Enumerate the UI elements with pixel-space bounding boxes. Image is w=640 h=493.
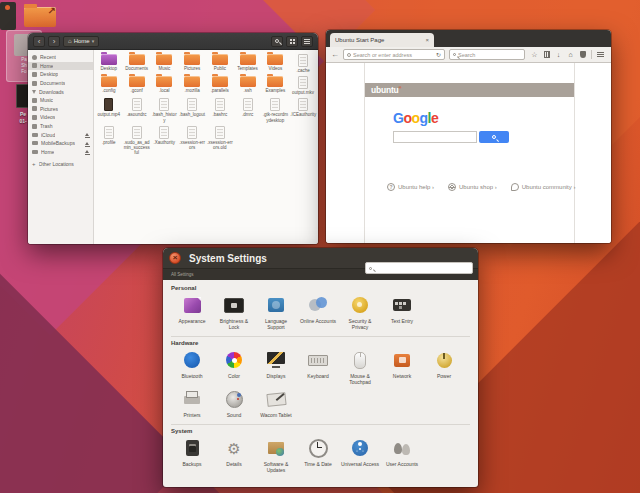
- path-bar[interactable]: ⌂ Home ▾: [63, 36, 99, 47]
- file-item[interactable]: .dmrc: [234, 98, 262, 122]
- settings-tile-power[interactable]: Power: [423, 349, 465, 385]
- sidebar-item-trash[interactable]: Trash: [28, 122, 93, 131]
- settings-tile-network[interactable]: Network: [381, 349, 423, 385]
- file-item[interactable]: .asoundrc: [123, 98, 151, 122]
- settings-tile-brightness-lock[interactable]: Brightness & Lock: [213, 294, 255, 330]
- ff-menu-button[interactable]: [595, 49, 606, 61]
- link-community[interactable]: Ubuntu community ›: [511, 183, 576, 191]
- settings-tile-user-accounts[interactable]: User Accounts: [381, 437, 423, 473]
- settings-tile-sound[interactable]: Sound: [213, 388, 255, 418]
- file-item[interactable]: .ICEauthority: [289, 98, 317, 122]
- url-bar[interactable]: ↻: [343, 49, 445, 60]
- sidebar-item-music[interactable]: Music: [28, 96, 93, 105]
- file-item[interactable]: .gtk-recordmydesktop: [262, 98, 290, 122]
- sidebar-item-home[interactable]: Home: [28, 62, 93, 71]
- file-item[interactable]: .profile: [95, 126, 123, 156]
- eject-button[interactable]: [85, 133, 89, 136]
- reload-icon[interactable]: ↻: [436, 52, 441, 58]
- search-bar[interactable]: [449, 49, 525, 60]
- settings-tile-language-support[interactable]: Language Support: [255, 294, 297, 330]
- ff-downloads-button[interactable]: ↓: [553, 49, 564, 61]
- file-item[interactable]: .Xauthority: [151, 126, 179, 156]
- file-item[interactable]: .cache: [289, 54, 317, 73]
- sidebar-item-desktop[interactable]: Desktop: [28, 70, 93, 79]
- sidebar-item-videos[interactable]: Videos: [28, 113, 93, 122]
- sidebar-item-downloads[interactable]: Downloads: [28, 87, 93, 96]
- forward-button[interactable]: ›: [48, 36, 60, 47]
- settings-tile-bluetooth[interactable]: Bluetooth: [171, 349, 213, 385]
- settings-search-input[interactable]: [374, 265, 469, 271]
- back-button[interactable]: ‹: [33, 36, 45, 47]
- settings-tile-displays[interactable]: Displays: [255, 349, 297, 385]
- file-item[interactable]: Music: [151, 54, 179, 73]
- settings-tile-keyboard[interactable]: Keyboard: [297, 349, 339, 385]
- settings-tile-software-updates[interactable]: Software & Updates: [255, 437, 297, 473]
- eject-button[interactable]: [85, 150, 89, 153]
- file-item[interactable]: .config: [95, 76, 123, 95]
- ff-library-button[interactable]: [541, 49, 552, 61]
- file-item[interactable]: output.mp4: [95, 98, 123, 122]
- settings-tile-color[interactable]: Color: [213, 349, 255, 385]
- eject-button[interactable]: [85, 142, 89, 145]
- file-item[interactable]: .bash_logout: [178, 98, 206, 122]
- google-search-input[interactable]: [393, 131, 477, 143]
- file-item[interactable]: Examples: [262, 76, 290, 95]
- file-item[interactable]: .parallels: [206, 76, 234, 95]
- file-item[interactable]: Videos: [262, 54, 290, 73]
- settings-tile-backups[interactable]: Backups: [171, 437, 213, 473]
- desktop-icon-thumbnail[interactable]: [0, 2, 16, 30]
- all-settings-button[interactable]: All Settings: [171, 272, 194, 277]
- settings-tile-printers[interactable]: Printers: [171, 388, 213, 418]
- file-item[interactable]: .mozilla: [178, 76, 206, 95]
- settings-tile-wacom-tablet[interactable]: Wacom Tablet: [255, 388, 297, 418]
- settings-tile-appearance[interactable]: Appearance: [171, 294, 213, 330]
- sidebar-item-label: Music: [40, 97, 53, 103]
- url-input[interactable]: [353, 52, 434, 58]
- web-search-input[interactable]: [458, 52, 521, 58]
- browser-back-button[interactable]: ←: [331, 51, 339, 59]
- link-help[interactable]: Ubuntu help ›: [387, 183, 434, 191]
- file-item[interactable]: .local: [151, 76, 179, 95]
- file-item[interactable]: Templates: [234, 54, 262, 73]
- desktop-icon-shared-folder[interactable]: ↗: [24, 4, 58, 30]
- sidebar-item-other-locations[interactable]: +Other Locations: [28, 160, 93, 169]
- tab-ubuntu-start-page[interactable]: Ubuntu Start Page ×: [330, 33, 434, 47]
- close-button[interactable]: ×: [169, 252, 181, 264]
- settings-tile-details[interactable]: Details: [213, 437, 255, 473]
- file-item[interactable]: .sudo_as_admin_successful: [123, 126, 151, 156]
- file-item[interactable]: .xsession-errors: [178, 126, 206, 156]
- settings-tile-mouse-touchpad[interactable]: Mouse & Touchpad: [339, 349, 381, 385]
- link-shop[interactable]: Ubuntu shop ›: [448, 183, 497, 191]
- ff-home-button[interactable]: ⌂: [565, 49, 576, 61]
- menu-button[interactable]: [301, 36, 313, 47]
- view-grid-button[interactable]: [286, 36, 298, 47]
- file-item[interactable]: .bashrc: [206, 98, 234, 122]
- settings-search-field[interactable]: [365, 262, 473, 274]
- google-search-button[interactable]: [479, 131, 509, 143]
- file-item[interactable]: .xsession-errors.old: [206, 126, 234, 156]
- settings-tile-time-date[interactable]: Time & Date: [297, 437, 339, 473]
- file-item[interactable]: Pictures: [178, 54, 206, 73]
- file-item[interactable]: output.mkv: [289, 76, 317, 95]
- sidebar-item-pictures[interactable]: Pictures: [28, 105, 93, 114]
- settings-tile-online-accounts[interactable]: Online Accounts: [297, 294, 339, 330]
- file-item[interactable]: Documents: [123, 54, 151, 73]
- tab-close-button[interactable]: ×: [425, 37, 429, 43]
- file-item[interactable]: .bash_history: [151, 98, 179, 122]
- sidebar-item-mobilebackups[interactable]: MobileBackups: [28, 139, 93, 148]
- file-item[interactable]: .gconf: [123, 76, 151, 95]
- ff-bookmark-star-button[interactable]: ☆: [529, 49, 540, 61]
- file-item[interactable]: Public: [206, 54, 234, 73]
- ff-shield-button[interactable]: [577, 49, 588, 61]
- file-item[interactable]: .ssh: [234, 76, 262, 95]
- sidebar-item-icloud[interactable]: iCloud: [28, 130, 93, 139]
- settings-tile-security-privacy[interactable]: Security & Privacy: [339, 294, 381, 330]
- search-icon: [453, 53, 456, 56]
- settings-tile-text-entry[interactable]: Text Entry: [381, 294, 423, 330]
- sidebar-item-recent[interactable]: Recent: [28, 53, 93, 62]
- sidebar-item-documents[interactable]: Documents: [28, 79, 93, 88]
- search-button[interactable]: [271, 36, 283, 47]
- file-item[interactable]: Desktop: [95, 54, 123, 73]
- sidebar-item-home-disk[interactable]: Home: [28, 148, 93, 157]
- settings-tile-universal-access[interactable]: Universal Access: [339, 437, 381, 473]
